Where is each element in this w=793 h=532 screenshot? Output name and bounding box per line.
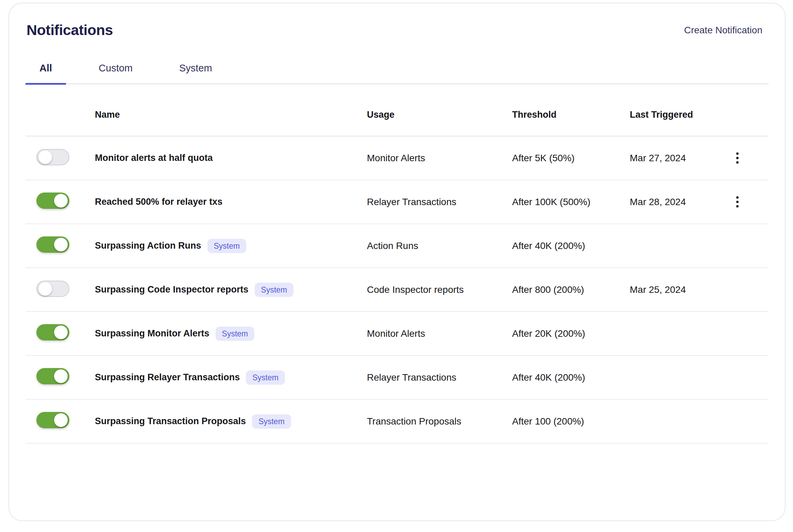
usage-cell: Action Runs <box>367 240 512 251</box>
tab-all[interactable]: All <box>26 62 66 83</box>
threshold-cell: After 100 (200%) <box>512 416 630 427</box>
toggle-knob <box>38 282 52 296</box>
kebab-icon <box>736 196 739 199</box>
system-badge: System <box>207 239 247 253</box>
table-body: Monitor alerts at half quota Monitor Ale… <box>26 136 769 444</box>
table-row: Reached 500% for relayer txs Relayer Tra… <box>26 180 769 224</box>
page-header: Notifications Create Notification <box>26 3 769 38</box>
notification-name: Surpassing Transaction Proposals <box>95 416 246 427</box>
notification-toggle[interactable] <box>36 149 69 165</box>
threshold-cell: After 800 (200%) <box>512 284 630 295</box>
toggle-knob <box>54 413 68 427</box>
notification-toggle[interactable] <box>36 412 69 428</box>
notification-name: Surpassing Monitor Alerts <box>95 328 209 339</box>
system-badge: System <box>246 370 285 385</box>
row-menu-button[interactable] <box>729 194 745 210</box>
table-row: Surpassing Code Inspector reports System… <box>26 268 769 312</box>
threshold-cell: After 40K (200%) <box>512 240 630 251</box>
tab-custom[interactable]: Custom <box>85 62 147 83</box>
usage-cell: Monitor Alerts <box>367 153 512 164</box>
column-header-threshold: Threshold <box>512 109 630 120</box>
toggle-knob <box>54 369 68 383</box>
tab-bar: All Custom System <box>26 62 769 85</box>
system-badge: System <box>252 414 291 429</box>
tab-system[interactable]: System <box>165 62 226 83</box>
table-row: Surpassing Relayer Transactions System R… <box>26 356 769 400</box>
notification-toggle[interactable] <box>36 368 69 384</box>
notification-name: Reached 500% for relayer txs <box>95 197 222 207</box>
column-header-usage: Usage <box>367 109 512 120</box>
notification-toggle[interactable] <box>36 281 69 297</box>
toggle-knob <box>54 194 68 207</box>
page-title: Notifications <box>27 22 113 38</box>
last-triggered-cell: Mar 27, 2024 <box>630 153 722 164</box>
table-row: Monitor alerts at half quota Monitor Ale… <box>26 136 769 180</box>
toggle-knob <box>38 150 52 164</box>
toggle-knob <box>54 326 68 339</box>
threshold-cell: After 20K (200%) <box>512 328 630 339</box>
notifications-card: Notifications Create Notification All Cu… <box>9 3 786 521</box>
column-header-name: Name <box>95 109 367 120</box>
kebab-icon <box>736 152 739 155</box>
threshold-cell: After 100K (500%) <box>512 197 630 207</box>
table-header: Name Usage Threshold Last Triggered <box>26 85 769 136</box>
usage-cell: Code Inspector reports <box>367 284 512 295</box>
usage-cell: Relayer Transactions <box>367 372 512 383</box>
notification-name: Surpassing Action Runs <box>95 240 201 251</box>
system-badge: System <box>216 327 255 341</box>
table-row: Surpassing Monitor Alerts System Monitor… <box>26 312 769 356</box>
notification-name: Monitor alerts at half quota <box>95 153 213 163</box>
notification-name: Surpassing Relayer Transactions <box>95 372 240 383</box>
last-triggered-cell: Mar 25, 2024 <box>630 284 722 295</box>
notification-toggle[interactable] <box>36 193 69 209</box>
row-menu-button[interactable] <box>729 150 745 166</box>
system-badge: System <box>255 283 294 297</box>
usage-cell: Monitor Alerts <box>367 328 512 339</box>
notification-toggle[interactable] <box>36 324 69 340</box>
last-triggered-cell: Mar 28, 2024 <box>630 197 722 207</box>
toggle-knob <box>54 238 68 251</box>
notification-name: Surpassing Code Inspector reports <box>95 284 249 295</box>
threshold-cell: After 40K (200%) <box>512 372 630 383</box>
usage-cell: Transaction Proposals <box>367 416 512 427</box>
column-header-last-triggered: Last Triggered <box>630 109 722 120</box>
create-notification-button[interactable]: Create Notification <box>684 25 762 36</box>
usage-cell: Relayer Transactions <box>367 197 512 207</box>
table-row: Surpassing Action Runs System Action Run… <box>26 224 769 268</box>
notification-toggle[interactable] <box>36 236 69 253</box>
threshold-cell: After 5K (50%) <box>512 153 630 164</box>
table-row: Surpassing Transaction Proposals System … <box>26 400 769 444</box>
